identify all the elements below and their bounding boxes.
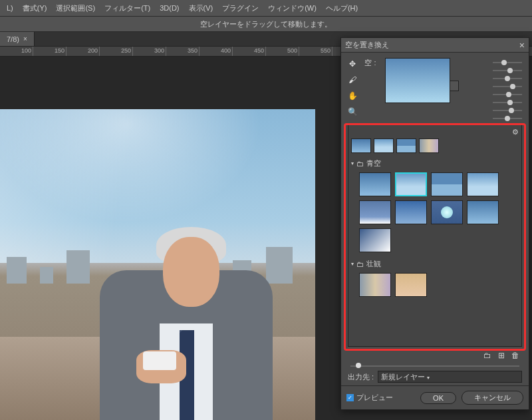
menu-bar: L) 書式(Y) 選択範囲(S) フィルター(T) 3D(D) 表示(V) プラ… <box>0 0 532 16</box>
slider-1[interactable] <box>493 62 522 63</box>
chevron-down-icon: ▾ <box>351 261 354 267</box>
slider-4[interactable] <box>493 86 522 87</box>
checkbox-icon: ✓ <box>346 394 354 401</box>
sky-thumb[interactable] <box>395 273 427 297</box>
panel-title: 空を置き換え <box>345 40 389 50</box>
menu-l[interactable]: L) <box>3 3 17 13</box>
menu-help[interactable]: ヘルプ(H) <box>322 2 362 15</box>
folder-icon[interactable]: 🗀 <box>483 351 491 360</box>
sky-thumb-selected[interactable] <box>395 172 427 196</box>
close-icon[interactable]: × <box>519 40 525 51</box>
sky-gallery: ⚙ ▾ 🗀 青空 <box>348 124 522 347</box>
ok-button[interactable]: OK <box>420 392 456 404</box>
chevron-down-icon: ▾ <box>427 375 430 381</box>
folder-label: 青空 <box>366 158 381 168</box>
sky-thumb[interactable] <box>359 172 391 196</box>
sky-replacement-panel: 空を置き換え × ✥ 🖌 ✋ 🔍 空 : <box>340 37 529 410</box>
sky-label: 空 : <box>364 58 377 68</box>
slider-8[interactable] <box>493 118 522 119</box>
thumbnail-size-slider[interactable] <box>350 363 519 369</box>
slider-7[interactable] <box>493 110 522 111</box>
folder-icon: 🗀 <box>356 160 364 168</box>
output-label: 出力先 : <box>348 372 374 382</box>
sky-thumb[interactable] <box>431 200 463 224</box>
hand-tool-icon[interactable]: ✋ <box>345 90 360 102</box>
sky-thumb[interactable] <box>395 200 427 224</box>
sky-preview-dropdown[interactable] <box>385 58 450 103</box>
cancel-button[interactable]: キャンセル <box>462 391 523 405</box>
sky-thumb[interactable] <box>351 138 371 153</box>
sky-thumb[interactable] <box>359 273 391 297</box>
slider-3[interactable] <box>493 78 522 79</box>
canvas-image[interactable] <box>0 109 315 420</box>
slider-2[interactable] <box>493 70 522 71</box>
output-select[interactable]: 新規レイヤー ▾ <box>378 371 522 383</box>
sky-thumb[interactable] <box>467 200 499 224</box>
document-tab-label: 7/8) <box>7 35 19 43</box>
preview-checkbox[interactable]: ✓ プレビュー <box>346 393 393 403</box>
slider-6[interactable] <box>493 102 522 103</box>
sky-thumb[interactable] <box>374 138 394 153</box>
folder-label: 壮観 <box>366 259 381 269</box>
zoom-tool-icon[interactable]: 🔍 <box>345 106 360 118</box>
panel-titlebar[interactable]: 空を置き換え × <box>341 38 529 53</box>
move-tool-icon[interactable]: ✥ <box>345 58 360 70</box>
recent-skies <box>351 138 519 153</box>
gear-icon[interactable]: ⚙ <box>512 128 519 137</box>
menu-format[interactable]: 書式(Y) <box>19 2 51 15</box>
sky-thumb[interactable] <box>431 172 463 196</box>
panel-footer: ✓ プレビュー OK キャンセル <box>341 385 529 409</box>
brush-tool-icon[interactable]: 🖌 <box>345 74 360 86</box>
menu-window[interactable]: ウィンドウ(W) <box>264 2 321 15</box>
folder-spectacular[interactable]: ▾ 🗀 壮観 <box>351 258 519 270</box>
folder-blue-sky[interactable]: ▾ 🗀 青空 <box>351 157 519 170</box>
tool-options-bar: 空レイヤーをドラッグして移動します。 <box>0 16 532 32</box>
menu-view[interactable]: 表示(V) <box>185 2 217 15</box>
slider-5[interactable] <box>493 94 522 95</box>
folder-icon: 🗀 <box>356 260 364 268</box>
sky-thumb[interactable] <box>467 172 499 196</box>
sky-thumb[interactable] <box>396 138 416 153</box>
close-icon[interactable]: × <box>23 35 27 43</box>
sky-thumb[interactable] <box>419 138 439 153</box>
sky-thumb[interactable] <box>359 228 391 252</box>
tool-hint-text: 空レイヤーをドラッグして移動します。 <box>200 19 332 29</box>
menu-plugin[interactable]: プラグイン <box>218 2 263 15</box>
menu-3d[interactable]: 3D(D) <box>156 3 183 13</box>
preview-label: プレビュー <box>356 393 393 403</box>
chevron-down-icon: ▾ <box>351 160 354 166</box>
menu-filter[interactable]: フィルター(T) <box>100 2 154 15</box>
menu-select[interactable]: 選択範囲(S) <box>52 2 99 15</box>
panel-tools: ✥ 🖌 ✋ 🔍 <box>345 58 360 118</box>
delete-icon[interactable]: 🗑 <box>511 351 519 360</box>
sky-thumb[interactable] <box>359 200 391 224</box>
new-preset-icon[interactable]: ⊞ <box>498 351 505 360</box>
document-tab[interactable]: 7/8) × <box>0 32 35 46</box>
